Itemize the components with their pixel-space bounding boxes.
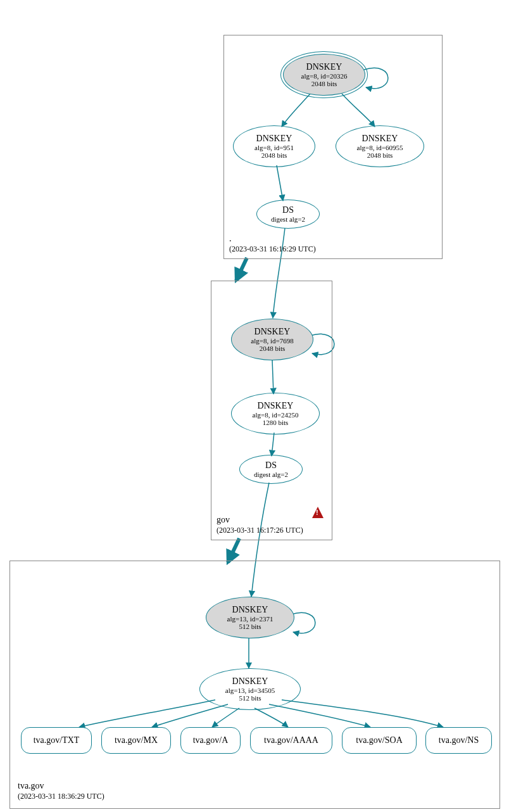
- node-sub1: digest alg=2: [271, 215, 305, 223]
- node-sub1: alg=8, id=60955: [357, 144, 403, 151]
- node-sub1: alg=8, id=7698: [251, 337, 293, 345]
- node-root-ksk: DNSKEY alg=8, id=20326 2048 bits: [283, 54, 365, 96]
- node-title: DNSKEY: [254, 327, 291, 337]
- node-title: DS: [265, 460, 277, 471]
- zone-root-timestamp: (2023-03-31 16:16:29 UTC): [229, 244, 316, 253]
- rrset-ns: tva.gov/NS: [425, 727, 492, 754]
- node-title: DNSKEY: [256, 134, 292, 144]
- node-title: DNSKEY: [306, 62, 342, 72]
- rrset-soa: tva.gov/SOA: [342, 727, 417, 754]
- warning-icon: [312, 507, 324, 518]
- zone-root-label: .: [229, 234, 316, 244]
- node-title: DNSKEY: [362, 134, 398, 144]
- node-root-ds: DS digest alg=2: [256, 200, 320, 229]
- rrset-a: tva.gov/A: [180, 727, 241, 754]
- node-root-zsk2: DNSKEY alg=8, id=60955 2048 bits: [336, 125, 424, 167]
- node-sub1: digest alg=2: [254, 471, 288, 478]
- node-gov-ds: DS digest alg=2: [239, 455, 303, 484]
- node-sub1: alg=13, id=2371: [227, 615, 273, 623]
- zone-gov-label: gov: [217, 515, 303, 526]
- node-sub1: alg=8, id=951: [254, 144, 294, 151]
- node-tva-ksk: DNSKEY alg=13, id=2371 512 bits: [206, 597, 294, 638]
- rrset-aaaa: tva.gov/AAAA: [250, 727, 332, 754]
- node-title: DS: [282, 205, 294, 215]
- node-title: DNSKEY: [232, 676, 268, 687]
- node-sub2: 2048 bits: [260, 345, 286, 352]
- node-title: DNSKEY: [258, 401, 294, 411]
- zone-tvagov-timestamp: (2023-03-31 18:36:29 UTC): [18, 792, 104, 801]
- node-sub1: alg=8, id=24250: [253, 411, 299, 419]
- rrset-mx: tva.gov/MX: [101, 727, 171, 754]
- node-sub2: 2048 bits: [367, 151, 393, 159]
- node-sub1: alg=8, id=20326: [301, 72, 348, 80]
- zone-gov-timestamp: (2023-03-31 16:17:26 UTC): [217, 526, 303, 535]
- node-gov-ksk: DNSKEY alg=8, id=7698 2048 bits: [231, 319, 313, 360]
- zone-tvagov-label: tva.gov: [18, 781, 104, 792]
- node-tva-zsk: DNSKEY alg=13, id=34505 512 bits: [199, 668, 301, 710]
- node-root-zsk1: DNSKEY alg=8, id=951 2048 bits: [233, 125, 315, 167]
- node-sub2: 2048 bits: [311, 80, 337, 87]
- rrset-txt: tva.gov/TXT: [21, 727, 92, 754]
- node-sub2: 2048 bits: [261, 151, 287, 159]
- node-title: DNSKEY: [232, 605, 268, 615]
- node-sub2: 1280 bits: [263, 419, 289, 426]
- node-sub2: 512 bits: [239, 694, 261, 702]
- node-gov-zsk: DNSKEY alg=8, id=24250 1280 bits: [231, 393, 320, 435]
- node-sub1: alg=13, id=34505: [225, 687, 275, 694]
- node-sub2: 512 bits: [239, 623, 261, 630]
